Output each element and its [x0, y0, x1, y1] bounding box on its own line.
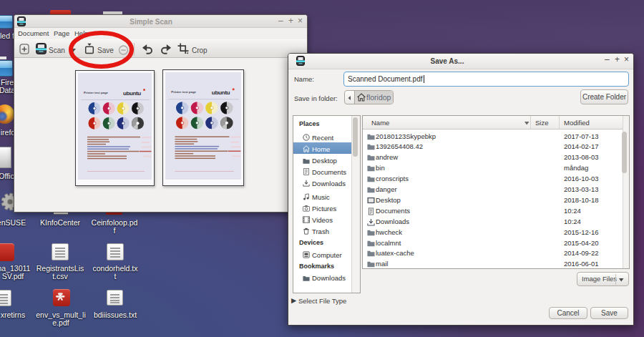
svg-text:ubuntu: ubuntu [123, 90, 141, 97]
svg-text:Printer test page: Printer test page [84, 91, 109, 94]
